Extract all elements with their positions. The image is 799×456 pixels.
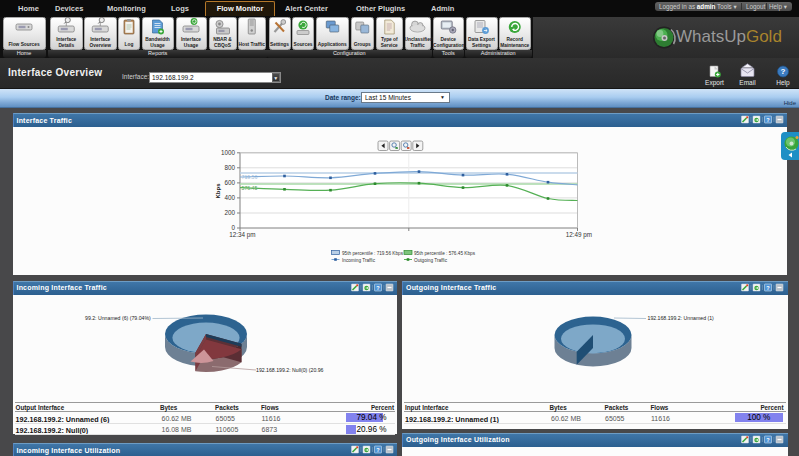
svg-text:95th percentile : 719.56 Kbps: 95th percentile : 719.56 Kbps: [342, 251, 404, 256]
svg-text:12:49 pm: 12:49 pm: [566, 231, 592, 239]
svg-text:12:34 pm: 12:34 pm: [229, 231, 255, 239]
svg-text:Outgoing Traffic: Outgoing Traffic: [414, 258, 448, 263]
svg-text:Kbps: Kbps: [215, 183, 221, 199]
svg-text:600: 600: [224, 179, 235, 186]
svg-text:400: 400: [224, 194, 235, 201]
svg-text:95th percentile : 576.45 Kbps: 95th percentile : 576.45 Kbps: [414, 251, 476, 256]
svg-text:200: 200: [224, 209, 235, 216]
svg-text:1000: 1000: [221, 149, 236, 156]
svg-text:Incoming Traffic: Incoming Traffic: [342, 258, 376, 263]
svg-text:800: 800: [224, 164, 235, 171]
svg-text:?: ?: [781, 67, 786, 76]
